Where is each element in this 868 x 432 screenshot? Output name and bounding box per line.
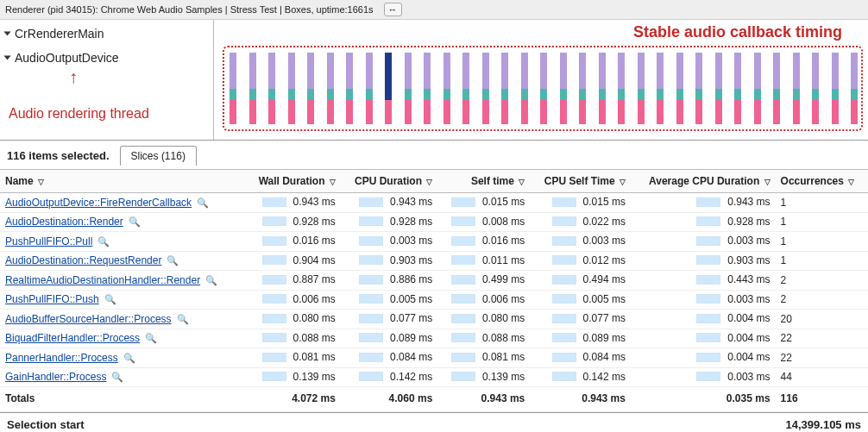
table-row[interactable]: AudioOutputDevice::FireRenderCallback🔍0.… bbox=[0, 193, 868, 213]
cell-wall: 0.887 ms bbox=[245, 271, 341, 291]
cell-cpuself: 0.089 ms bbox=[530, 329, 631, 348]
cell-avgcpu: 0.004 ms bbox=[631, 348, 776, 368]
table-row[interactable]: BiquadFilterHandler::Process🔍0.088 ms0.0… bbox=[0, 329, 868, 348]
cell-name: PushPullFIFO::Push🔍 bbox=[0, 290, 245, 310]
cell-self: 0.088 ms bbox=[437, 329, 530, 348]
cell-occ: 22 bbox=[776, 329, 868, 348]
magnifier-icon[interactable]: 🔍 bbox=[197, 197, 209, 208]
cell-wall: 0.943 ms bbox=[245, 193, 341, 213]
magnifier-icon[interactable]: 🔍 bbox=[129, 216, 141, 227]
cell-name: BiquadFilterHandler::Process🔍 bbox=[0, 329, 245, 348]
cell-self: 0.008 ms bbox=[437, 212, 530, 232]
cell-cpu: 0.005 ms bbox=[341, 290, 437, 310]
cell-cpuself: 0.077 ms bbox=[530, 310, 631, 329]
timeline-viewport[interactable]: Stable audio callback timing bbox=[214, 20, 868, 140]
table-row[interactable]: AudioDestination::RequestRender🔍0.904 ms… bbox=[0, 251, 868, 271]
cell-occ: 22 bbox=[776, 348, 868, 368]
table-row[interactable]: PannerHandler::Process🔍0.081 ms0.084 ms0… bbox=[0, 348, 868, 368]
magnifier-icon[interactable]: 🔍 bbox=[104, 294, 116, 304]
table-row[interactable]: PushPullFIFO::Pull🔍0.016 ms0.003 ms0.016… bbox=[0, 232, 868, 252]
cell-wall: 0.016 ms bbox=[245, 232, 341, 252]
slice-link[interactable]: AudioDestination::RequestRender bbox=[5, 254, 161, 266]
col-avgcpu[interactable]: Average CPU Duration ▽ bbox=[631, 170, 776, 193]
cell-avgcpu: 0.903 ms bbox=[631, 251, 776, 271]
slice-link[interactable]: AudioOutputDevice::FireRenderCallback bbox=[5, 197, 192, 209]
slices-tab[interactable]: Slices (116) bbox=[120, 146, 197, 166]
magnifier-icon[interactable]: 🔍 bbox=[97, 236, 110, 247]
renderer-header: Renderer (pid 34015): Chrome Web Audio S… bbox=[0, 0, 868, 20]
expand-icon[interactable] bbox=[4, 32, 11, 36]
cell-occ: 1 bbox=[776, 193, 868, 213]
slice-link[interactable]: RealtimeAudioDestinationHandler::Render bbox=[5, 274, 200, 286]
col-wall[interactable]: Wall Duration ▽ bbox=[245, 170, 341, 193]
cell-self: 0.080 ms bbox=[437, 310, 530, 329]
cell-occ: 1 bbox=[776, 212, 868, 232]
table-row[interactable]: RealtimeAudioDestinationHandler::Render🔍… bbox=[0, 271, 868, 291]
thread-name: CrRendererMain bbox=[15, 27, 104, 41]
cell-cpu: 0.903 ms bbox=[341, 251, 437, 271]
col-cpu[interactable]: CPU Duration ▽ bbox=[341, 170, 437, 193]
thread-row[interactable]: CrRendererMain bbox=[0, 20, 213, 44]
col-name[interactable]: Name ▽ bbox=[0, 170, 245, 193]
cell-cpu: 0.089 ms bbox=[341, 329, 437, 348]
cell-occ: 44 bbox=[776, 367, 868, 387]
cell-wall: 0.080 ms bbox=[245, 310, 341, 329]
cell-self: 0.016 ms bbox=[437, 232, 530, 252]
expand-icon[interactable] bbox=[4, 56, 11, 60]
cell-cpu: 0.943 ms bbox=[341, 193, 437, 213]
cell-cpuself: 0.494 ms bbox=[530, 271, 631, 291]
magnifier-icon[interactable]: 🔍 bbox=[177, 314, 189, 324]
cell-name: AudioDestination::Render🔍 bbox=[0, 212, 245, 232]
col-cpuself[interactable]: CPU Self Time ▽ bbox=[530, 170, 631, 193]
cell-name: AudioBufferSourceHandler::Process🔍 bbox=[0, 310, 245, 329]
cell-name: PushPullFIFO::Pull🔍 bbox=[0, 232, 245, 252]
cell-self: 0.081 ms bbox=[437, 348, 530, 368]
slices-table: Name ▽ Wall Duration ▽ CPU Duration ▽ Se… bbox=[0, 169, 868, 412]
cell-avgcpu: 0.443 ms bbox=[631, 271, 776, 291]
slice-link[interactable]: AudioDestination::Render bbox=[5, 216, 123, 228]
col-occ[interactable]: Occurrences ▽ bbox=[776, 170, 868, 193]
cell-name: GainHandler::Process🔍 bbox=[0, 367, 245, 387]
cell-wall: 0.088 ms bbox=[245, 329, 341, 348]
cell-avgcpu: 0.003 ms bbox=[631, 367, 776, 387]
cell-name: Totals bbox=[0, 387, 245, 412]
cell-cpu: 0.084 ms bbox=[341, 348, 437, 368]
cell-wall: 4.072 ms bbox=[245, 387, 341, 412]
magnifier-icon[interactable]: 🔍 bbox=[111, 372, 123, 382]
magnifier-icon[interactable]: 🔍 bbox=[145, 333, 157, 343]
magnifier-icon[interactable]: 🔍 bbox=[205, 275, 217, 285]
cell-occ: 2 bbox=[776, 290, 868, 310]
cell-cpu: 0.077 ms bbox=[341, 310, 437, 329]
tracks-timeline-panel: CrRendererMain AudioOutputDevice ↑ Audio… bbox=[0, 20, 868, 141]
selection-count: 116 items selected. bbox=[7, 149, 110, 162]
slice-link[interactable]: BiquadFilterHandler::Process bbox=[5, 332, 140, 344]
cell-name: RealtimeAudioDestinationHandler::Render🔍 bbox=[0, 271, 245, 291]
annotation-timeline: Stable audio callback timing bbox=[633, 23, 842, 41]
cell-cpuself: 0.022 ms bbox=[530, 212, 631, 232]
table-row[interactable]: PushPullFIFO::Push🔍0.006 ms0.005 ms0.006… bbox=[0, 290, 868, 310]
cell-avgcpu: 0.004 ms bbox=[631, 329, 776, 348]
slice-link[interactable]: PushPullFIFO::Pull bbox=[5, 235, 92, 247]
magnifier-icon[interactable]: 🔍 bbox=[167, 255, 179, 266]
table-row[interactable]: AudioDestination::Render🔍0.928 ms0.928 m… bbox=[0, 212, 868, 232]
slice-link[interactable]: GainHandler::Process bbox=[5, 371, 106, 383]
table-row[interactable]: AudioBufferSourceHandler::Process🔍0.080 … bbox=[0, 310, 868, 329]
arrow-up-icon: ↑ bbox=[69, 67, 78, 86]
split-icon[interactable]: ↔ bbox=[384, 3, 402, 16]
cell-occ: 116 bbox=[776, 387, 868, 412]
table-header-row: Name ▽ Wall Duration ▽ CPU Duration ▽ Se… bbox=[0, 170, 868, 193]
cell-self: 0.011 ms bbox=[437, 251, 530, 271]
table-row[interactable]: GainHandler::Process🔍0.139 ms0.142 ms0.1… bbox=[0, 367, 868, 387]
cell-avgcpu: 0.003 ms bbox=[631, 232, 776, 252]
col-self[interactable]: Self time ▽ bbox=[437, 170, 530, 193]
slice-link[interactable]: PannerHandler::Process bbox=[5, 352, 118, 364]
thread-row[interactable]: AudioOutputDevice bbox=[0, 44, 213, 68]
cell-cpu: 0.003 ms bbox=[341, 232, 437, 252]
cell-cpuself: 0.005 ms bbox=[530, 290, 631, 310]
magnifier-icon[interactable]: 🔍 bbox=[123, 353, 135, 363]
cell-avgcpu: 0.928 ms bbox=[631, 212, 776, 232]
cell-cpu: 0.142 ms bbox=[341, 367, 437, 387]
slice-link[interactable]: PushPullFIFO::Push bbox=[5, 293, 99, 305]
cell-self: 0.006 ms bbox=[437, 290, 530, 310]
slice-link[interactable]: AudioBufferSourceHandler::Process bbox=[5, 313, 172, 325]
